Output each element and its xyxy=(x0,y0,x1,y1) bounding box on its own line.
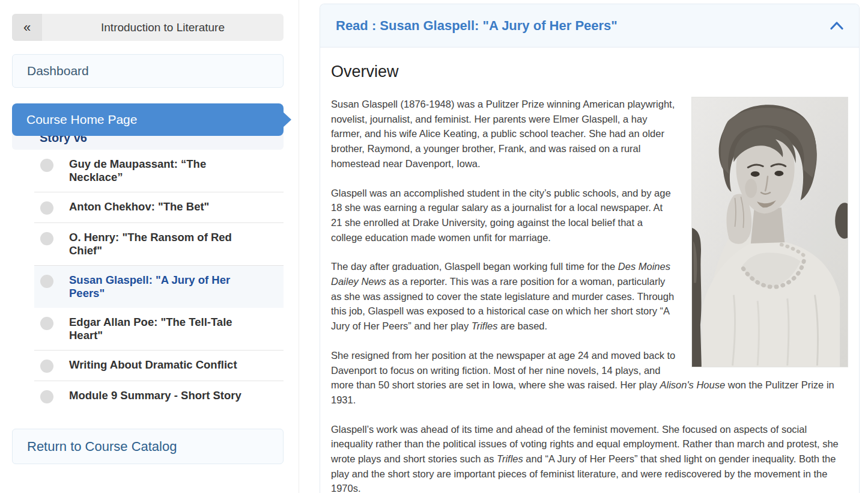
lesson-content-card: Read : Susan Glaspell: "A Jury of Her Pe… xyxy=(320,4,860,493)
chevron-up-icon xyxy=(830,21,843,30)
completion-status-circle xyxy=(40,159,53,172)
overview-paragraph: Glaspell’s work was ahead of its time an… xyxy=(331,422,848,493)
lesson-body: Overview xyxy=(320,47,859,493)
completion-status-circle xyxy=(40,201,53,215)
completion-status-circle xyxy=(40,360,53,373)
lesson-item[interactable]: Writing About Dramatic Conflict xyxy=(34,351,284,381)
double-chevron-left-icon: « xyxy=(23,20,31,35)
portrait-illustration xyxy=(692,97,848,367)
course-home-label: Course Home Page xyxy=(26,112,137,127)
return-label: Return to Course Catalog xyxy=(27,439,177,455)
sidebar-item-dashboard[interactable]: Dashboard xyxy=(12,54,284,88)
lesson-item-label: Edgar Allan Poe: "The Tell-Tale Heart" xyxy=(69,316,255,342)
lesson-item[interactable]: Edgar Allan Poe: "The Tell-Tale Heart" xyxy=(34,308,284,351)
lesson-item-active[interactable]: Susan Glaspell: "A Jury of Her Peers" xyxy=(34,266,284,308)
lesson-item-label: Writing About Dramatic Conflict xyxy=(69,358,237,372)
collapse-section-button[interactable] xyxy=(829,18,845,34)
lesson-item[interactable]: Anton Chekhov: "The Bet" xyxy=(34,192,284,223)
completion-status-circle xyxy=(40,390,53,403)
completion-status-circle xyxy=(40,232,53,245)
lesson-item-label: Guy de Maupassant: “The Necklace” xyxy=(69,158,255,184)
sidebar-collapse-button[interactable]: « xyxy=(12,14,42,41)
course-sidebar: « Introduction to Literature Dashboard S… xyxy=(12,0,284,493)
lesson-header: Read : Susan Glaspell: "A Jury of Her Pe… xyxy=(320,4,859,47)
course-header-bar: « Introduction to Literature xyxy=(12,14,284,41)
lesson-list: Guy de Maupassant: “The Necklace”Anton C… xyxy=(34,150,284,411)
lesson-item-label: O. Henry: "The Ransom of Red Chief" xyxy=(69,231,255,257)
overview-paragraphs: Susan Glaspell (1876-1948) was a Pulitze… xyxy=(331,97,848,493)
completion-status-circle xyxy=(40,317,53,330)
course-title: Introduction to Literature xyxy=(42,21,284,34)
dashboard-label: Dashboard xyxy=(27,64,89,78)
susan-glaspell-portrait-photo xyxy=(691,97,848,367)
sidebar-item-course-home[interactable]: Course Home Page xyxy=(12,103,284,136)
active-pointer-arrow xyxy=(283,112,291,127)
lesson-item-label: Anton Chekhov: "The Bet" xyxy=(69,200,209,213)
overview-heading: Overview xyxy=(331,63,848,81)
lesson-item[interactable]: O. Henry: "The Ransom of Red Chief" xyxy=(34,223,284,266)
completion-status-circle xyxy=(40,275,53,288)
sidebar-item-return-to-catalog[interactable]: Return to Course Catalog xyxy=(12,429,284,464)
lesson-title: Read : Susan Glaspell: "A Jury of Her Pe… xyxy=(336,18,829,34)
lesson-item[interactable]: Guy de Maupassant: “The Necklace” xyxy=(34,150,284,192)
lesson-item-label: Module 9 Summary - Short Story xyxy=(69,389,241,402)
lesson-item[interactable]: Module 9 Summary - Short Story xyxy=(34,381,284,411)
panel-divider xyxy=(299,0,299,493)
lesson-item-label: Susan Glaspell: "A Jury of Her Peers" xyxy=(69,274,255,300)
